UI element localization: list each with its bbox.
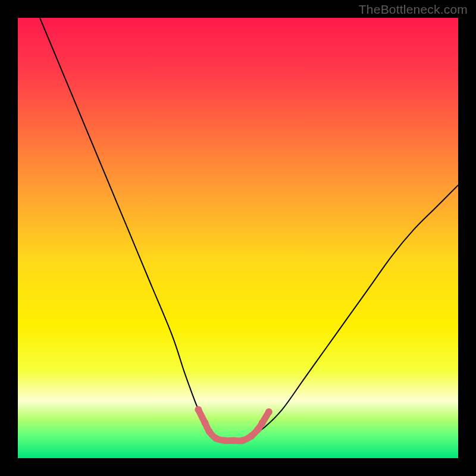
highlight-point <box>265 408 273 415</box>
highlight-point <box>206 428 213 436</box>
highlight-point <box>254 426 261 433</box>
highlight-point <box>212 435 220 442</box>
highlight-point <box>230 437 237 444</box>
chart-frame: TheBottleneck.com <box>0 0 476 476</box>
chart-svg <box>18 18 458 458</box>
plot-area <box>18 18 458 458</box>
highlight-point <box>195 406 202 414</box>
highlight-point <box>221 437 228 444</box>
highlight-point <box>239 437 246 444</box>
highlight-point <box>259 419 266 427</box>
highlight-point <box>248 433 255 440</box>
highlight-point <box>202 419 209 427</box>
watermark-label: TheBottleneck.com <box>359 2 468 17</box>
gradient-background <box>18 18 458 458</box>
